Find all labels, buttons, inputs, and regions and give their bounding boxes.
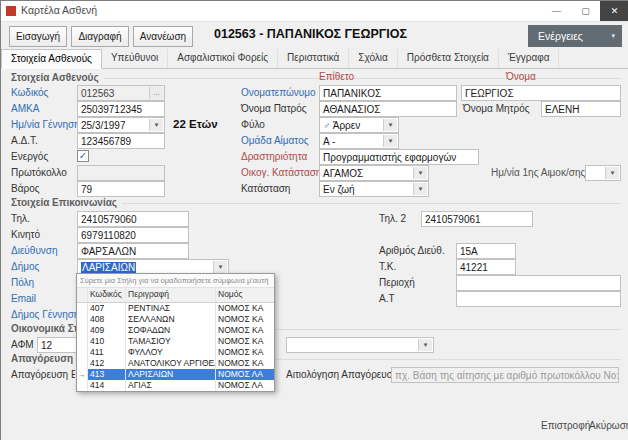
protocol-field[interactable] — [77, 165, 165, 181]
surname-field[interactable]: ΠΑΠΑΝΙΚΟΣ — [319, 85, 457, 101]
dropdown-row[interactable]: 411ΦΥΛΛΟΥΝΟΜΟΣ ΚΑ — [77, 347, 274, 358]
adt-label: Α.Δ.Τ. — [11, 135, 38, 146]
insert-button[interactable]: Εισαγωγή — [9, 26, 67, 47]
prohibition-reason-label: Αιτιολόγηση Απαγόρευσης — [286, 369, 403, 380]
address-field[interactable]: ΦΑΡΣΑΛΩΝ — [77, 243, 189, 259]
app-icon — [6, 6, 16, 16]
chevron-down-icon[interactable]: ▾ — [413, 183, 427, 195]
section-contact-info: Στοιχεία Επικοινωνίας — [11, 197, 122, 208]
dropdown-row[interactable]: 407ΡΕΝΤΙΝΑΣΝΟΜΟΣ ΚΑ — [77, 303, 274, 314]
phone-field[interactable]: 2410579060 — [77, 211, 189, 227]
tab-guardians[interactable]: Υπεύθυνοι — [102, 49, 168, 68]
code-label[interactable]: Κωδικός — [11, 87, 48, 98]
maximize-icon[interactable]: ▢ — [571, 1, 600, 21]
tab-comments[interactable]: Σχόλια — [349, 49, 398, 68]
email-label[interactable]: Email — [11, 293, 36, 304]
father-name-label: Όνομα Πατρός — [241, 103, 307, 114]
weight-label: Βάρος — [11, 183, 40, 194]
afm-label: ΑΦΜ — [11, 339, 34, 350]
mobile-field[interactable]: 6979110820 — [77, 227, 189, 243]
dropdown-header-row: Κωδικός Περιγραφή Νομός — [77, 288, 274, 303]
dropdown-row-selected[interactable]: → 413ΛΑΡΙΣΑΙΩΝΝΟΜΟΣ ΛΑ — [77, 369, 274, 380]
column-header-county[interactable]: Νομός — [216, 288, 274, 302]
dropdown-row[interactable]: 408ΣΕΛΛΑΝΩΝΝΟΜΟΣ ΚΑ — [77, 314, 274, 325]
return-link[interactable]: Επιστροφή — [541, 420, 590, 431]
age-text: 22 Ετών — [173, 118, 218, 130]
first-dialysis-combo[interactable]: ▾ — [585, 165, 621, 181]
name-field[interactable]: ΓΕΩΡΓΙΟΣ — [461, 85, 621, 101]
father-name-field[interactable]: ΑΘΑΝΑΣΙΟΣ — [319, 101, 457, 117]
chevron-down-icon[interactable]: ▾ — [213, 261, 227, 273]
delete-button[interactable]: Διαγραφή — [71, 26, 129, 47]
close-icon[interactable]: ✕ — [600, 1, 628, 21]
chevron-down-icon[interactable]: ▾ — [418, 339, 432, 351]
tab-documents[interactable]: Έγγραφα — [499, 49, 560, 68]
fullname-label[interactable]: Ονοματεπώνυμο — [241, 87, 316, 98]
marital-status-combo[interactable]: ΑΓΑΜΟΣ ▾ — [319, 165, 429, 181]
birth-date-field[interactable]: 25/3/1997 ▾ — [77, 117, 165, 133]
refresh-button[interactable]: Ανανέωση — [133, 26, 193, 47]
column-header-description[interactable]: Περιγραφή — [126, 288, 216, 302]
status-label: Κατάσταση — [241, 183, 290, 194]
gender-combo[interactable]: ♂ Άρρεν ▾ — [319, 117, 399, 133]
gender-label: Φύλο — [241, 119, 265, 130]
status-combo[interactable]: Εν ζωή ▾ — [319, 181, 429, 197]
mobile-label: Κινητό — [11, 229, 40, 240]
prohibition-reason-field[interactable]: πχ. Βάση της αίτησης με αριθμό πρωτοκόλλ… — [391, 367, 619, 383]
window-title: Καρτέλα Ασθενή — [21, 4, 97, 16]
actions-label: Ενέργειες — [538, 30, 583, 42]
male-icon: ♂ — [323, 120, 331, 131]
phone2-field[interactable]: 2410579061 — [421, 211, 533, 227]
chevron-down-icon[interactable]: ▾ — [383, 119, 397, 131]
dropdown-row[interactable]: 410ΤΑΜΑΣΙΟΥΝΟΜΟΣ ΚΑ — [77, 336, 274, 347]
chevron-down-icon[interactable]: ▾ — [413, 167, 427, 179]
chevron-down-icon[interactable]: ▾ — [605, 167, 619, 179]
code-field[interactable]: 012563 … — [77, 85, 165, 101]
ellipsis-icon[interactable]: … — [149, 87, 163, 99]
municipality-dropdown: Σύρετε μια Στήλη για να ομαδοποιήσετε σύ… — [76, 273, 275, 392]
column-header-code[interactable]: Κωδικός — [88, 288, 126, 302]
chevron-down-icon: ▾ — [611, 25, 615, 47]
dropdown-row[interactable]: 412ΑΝΑΤΟΛΙΚΟΥ ΑΡΓΙΘΕΑΣΝΟΜΟΣ ΚΑ — [77, 358, 274, 369]
birth-municipality-label[interactable]: Δήμος Γέννησης — [11, 309, 84, 320]
phone2-label: Τηλ. 2 — [379, 213, 406, 224]
title-bar: Καρτέλα Ασθενή — ▢ ✕ — [1, 1, 628, 22]
postal-code-field[interactable]: 41221 — [456, 259, 516, 275]
amka-label[interactable]: ΑΜΚΑ — [11, 103, 39, 114]
address-label[interactable]: Διεύθυνση — [11, 245, 58, 256]
blood-type-combo[interactable]: Α - ▾ — [319, 133, 399, 149]
tab-incidents[interactable]: Περιστατικά — [278, 49, 349, 68]
surname-column-label: Επίθετο — [319, 71, 354, 82]
area-field[interactable] — [456, 275, 621, 291]
adt-field[interactable]: 123456789 — [77, 133, 165, 149]
protocol-label: Πρωτόκολλο — [11, 167, 67, 178]
tab-extra-info[interactable]: Πρόσθετα Στοιχεία — [398, 49, 499, 68]
birth-date-label[interactable]: Ημ/νία Γέννηση — [11, 119, 80, 130]
at-field[interactable] — [456, 291, 621, 307]
actions-button[interactable]: Ενέργειες ▾ — [528, 25, 622, 47]
prohibition-edit-label: Απαγόρευση Επεξεργασίας — [11, 369, 75, 380]
tax-office-combo[interactable]: ▾ — [286, 337, 434, 353]
address-no-field[interactable]: 15Α — [456, 243, 516, 259]
city-label[interactable]: Πόλη — [11, 277, 34, 288]
marital-status-label: Οικογ. Κατάσταση — [241, 167, 321, 178]
row-indicator-icon: → — [77, 369, 88, 380]
active-checkbox[interactable]: ✓ — [77, 150, 89, 162]
tab-patient-info[interactable]: Στοιχεία Ασθενούς — [1, 49, 102, 69]
minimize-icon[interactable]: — — [542, 1, 571, 21]
tab-strip: Στοιχεία Ασθενούς Υπεύθυνοι Ασφαλιστικοί… — [1, 49, 628, 69]
tab-insurance[interactable]: Ασφαλιστικοί Φορείς — [168, 49, 278, 68]
occupation-field[interactable]: Προγραμματιστής εφαρμογών — [319, 149, 479, 165]
municipality-label[interactable]: Δήμος — [11, 261, 39, 272]
dropdown-row[interactable]: 414ΑΓΙΑΣΝΟΜΟΣ ΛΑ — [77, 380, 274, 391]
area-label: Περιοχή — [379, 277, 415, 288]
blood-type-label[interactable]: Ομάδα Αίματος — [241, 135, 309, 146]
mother-name-field[interactable]: ΕΛΕΝΗ — [541, 101, 621, 117]
chevron-down-icon[interactable]: ▾ — [383, 135, 397, 147]
dropdown-group-hint: Σύρετε μια Στήλη για να ομαδοποιήσετε σύ… — [77, 274, 274, 288]
chevron-down-icon[interactable]: ▾ — [149, 119, 163, 131]
dropdown-row[interactable]: 409ΣΟΦΑΔΩΝΝΟΜΟΣ ΚΑ — [77, 325, 274, 336]
cancel-link[interactable]: Ακύρωση — [589, 420, 628, 431]
weight-field[interactable]: 79 — [77, 181, 165, 197]
amka-field[interactable]: 25039712345 — [77, 101, 165, 117]
